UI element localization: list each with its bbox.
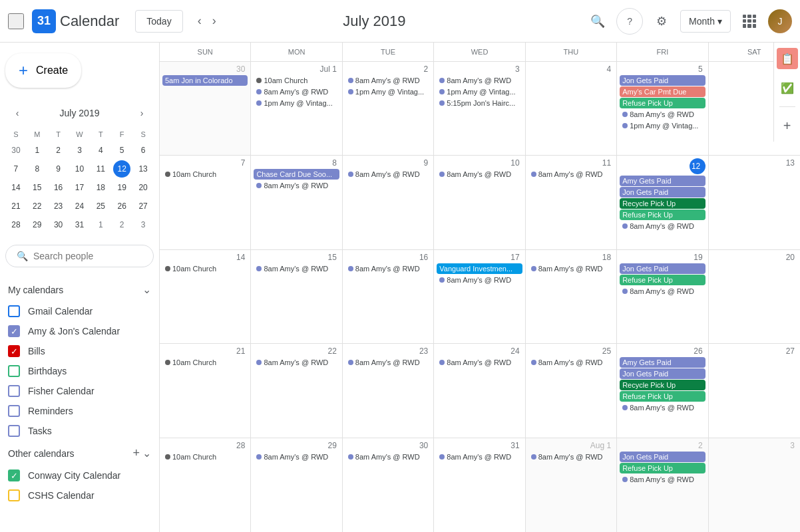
calendar-event[interactable]: 8am Amy's @ RWD [528, 357, 614, 368]
mini-cal-day[interactable]: 16 [50, 179, 67, 196]
mini-cal-day[interactable]: 31 [71, 216, 88, 233]
calendar-event[interactable]: 8am Amy's @ RWD [345, 169, 431, 180]
mini-cal-day[interactable]: 1 [92, 216, 109, 233]
cell-date[interactable]: 23 [345, 346, 431, 356]
calendar-event[interactable]: 8am Amy's @ RWD [437, 275, 522, 285]
calendar-event[interactable]: 5:15pm Jon's Hairc... [437, 98, 522, 108]
calendar-item[interactable]: Fisher Calendar [5, 381, 154, 401]
cell-date[interactable]: 10 [437, 158, 522, 168]
mini-cal-day[interactable]: 12 [113, 160, 130, 178]
calendar-event[interactable]: Refuse Pick Up [620, 98, 705, 108]
calendar-event[interactable]: 10am Church [162, 263, 248, 274]
calendar-event[interactable]: 8am Amy's @ RWD [345, 263, 431, 274]
mini-cal-day[interactable]: 30 [7, 142, 25, 159]
calendar-event[interactable]: 1pm Amy @ Vintag... [437, 86, 522, 97]
mini-cal-day[interactable]: 17 [71, 179, 88, 196]
calendar-event[interactable]: Jon Gets Paid [620, 368, 705, 379]
mini-cal-day[interactable]: 20 [134, 179, 152, 196]
mini-cal-day[interactable]: 3 [71, 142, 88, 159]
calendar-event[interactable]: 8am Amy's @ RWD [437, 75, 522, 86]
cell-date[interactable]: 11 [528, 158, 614, 168]
calendar-checkbox[interactable]: ✓ [8, 469, 20, 481]
mini-cal-day[interactable]: 22 [29, 198, 46, 215]
cell-date[interactable]: 26 [620, 346, 705, 356]
cell-date[interactable]: 18 [528, 253, 614, 262]
cell-date[interactable]: 14 [162, 253, 248, 262]
calendar-item[interactable]: ✓Conway City Calendar [5, 466, 154, 485]
cell-date[interactable]: 5 [620, 65, 705, 74]
cell-date[interactable]: 29 [254, 441, 339, 450]
cell-date[interactable]: 8 [254, 158, 339, 168]
cell-date[interactable]: 31 [437, 441, 522, 450]
calendar-event[interactable]: Amy Gets Paid [620, 176, 705, 186]
my-calendars-toggle[interactable]: ⌄ [142, 283, 151, 296]
calendar-event[interactable]: 8am Amy's @ RWD [254, 357, 339, 368]
cell-date[interactable]: 24 [437, 346, 522, 356]
search-people-field[interactable]: 🔍 [5, 245, 154, 267]
side-icon-1[interactable]: 📋 [777, 48, 798, 69]
calendar-event[interactable]: 8am Amy's @ RWD [620, 286, 705, 297]
calendar-event[interactable]: Jon Gets Paid [620, 187, 705, 198]
cell-date[interactable]: 7 [162, 158, 248, 168]
cell-date[interactable]: Aug 1 [528, 441, 614, 450]
help-icon[interactable]: ? [616, 8, 643, 35]
calendar-event[interactable]: 8am Amy's @ RWD [528, 452, 614, 462]
cell-date[interactable]: 4 [528, 65, 614, 74]
mini-cal-day[interactable]: 28 [7, 216, 25, 233]
mini-cal-day[interactable]: 29 [29, 216, 46, 233]
mini-cal-next[interactable]: › [132, 104, 151, 122]
mini-cal-day[interactable]: 2 [50, 142, 67, 159]
mini-cal-day[interactable]: 23 [50, 198, 67, 215]
apps-icon[interactable] [736, 8, 763, 35]
calendar-event[interactable]: Jon Gets Paid [620, 75, 705, 86]
calendar-event[interactable]: 8am Amy's @ RWD [345, 357, 431, 368]
mini-cal-day[interactable]: 7 [7, 160, 25, 178]
calendar-event[interactable]: 8am Amy's @ RWD [620, 221, 705, 231]
cell-date[interactable]: Jul 1 [254, 65, 339, 74]
calendar-checkbox[interactable] [8, 405, 20, 417]
other-calendars-toggle[interactable]: ⌄ [142, 447, 151, 460]
cell-date[interactable]: 21 [162, 346, 248, 356]
calendar-event[interactable]: Amy Gets Paid [620, 357, 705, 368]
calendar-event[interactable]: 8am Amy's @ RWD [528, 169, 614, 180]
calendar-checkbox[interactable] [8, 425, 20, 437]
calendar-event[interactable]: Refuse Pick Up [620, 391, 705, 402]
side-icon-plus[interactable]: + [777, 115, 798, 136]
calendar-event[interactable]: Recycle Pick Up [620, 380, 705, 390]
side-icon-2[interactable]: ✅ [777, 77, 798, 98]
calendar-event[interactable]: 1pm Amy @ Vintag... [345, 86, 431, 97]
mini-cal-day[interactable]: 1 [29, 142, 46, 159]
calendar-item[interactable]: CSHS Calendar [5, 485, 154, 505]
calendar-event[interactable]: 10am Church [162, 452, 248, 462]
calendar-event[interactable]: Refuse Pick Up [620, 275, 705, 285]
search-people-input[interactable] [33, 251, 142, 261]
cell-date[interactable]: 27 [711, 346, 797, 356]
mini-cal-day[interactable]: 27 [134, 198, 152, 215]
cell-date[interactable]: 16 [345, 253, 431, 262]
cell-date[interactable]: 3 [437, 65, 522, 74]
mini-cal-day[interactable]: 11 [92, 160, 109, 178]
event-jon-colorado[interactable]: 5am Jon in Colorado [162, 75, 248, 86]
mini-cal-day[interactable]: 6 [134, 142, 152, 159]
calendar-event[interactable]: 8am Amy's @ RWD [254, 452, 339, 462]
calendar-item[interactable]: Birthdays [5, 361, 154, 381]
mini-cal-day[interactable]: 10 [71, 160, 88, 178]
cell-date[interactable]: 13 [711, 158, 797, 168]
calendar-event[interactable]: 8am Amy's @ RWD [437, 357, 522, 368]
cell-date[interactable]: 3 [711, 441, 797, 450]
cell-date[interactable]: 30 [162, 65, 248, 74]
cell-date[interactable]: 19 [620, 253, 705, 262]
mini-cal-day[interactable]: 21 [7, 198, 25, 215]
calendar-checkbox[interactable] [8, 305, 20, 317]
avatar[interactable]: J [768, 9, 792, 33]
mini-cal-day[interactable]: 25 [92, 198, 109, 215]
mini-cal-day[interactable]: 8 [29, 160, 46, 178]
calendar-event[interactable]: 8am Amy's @ RWD [345, 452, 431, 462]
mini-cal-day[interactable]: 14 [7, 179, 25, 196]
calendar-checkbox[interactable] [8, 385, 20, 397]
calendar-event[interactable]: 8am Amy's @ RWD [620, 402, 705, 413]
menu-button[interactable] [8, 13, 24, 29]
calendar-item[interactable]: Gmail Calendar [5, 301, 154, 321]
mini-cal-day[interactable]: 19 [113, 179, 130, 196]
mini-cal-day[interactable]: 18 [92, 179, 109, 196]
